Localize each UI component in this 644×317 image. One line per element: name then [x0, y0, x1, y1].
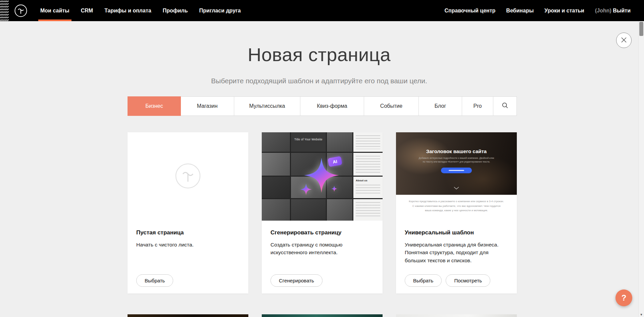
card-actions: Выбрать [136, 274, 173, 287]
card-body: Пустая страница Начать с чистого листа. [128, 221, 248, 257]
scrollbar[interactable]: ▼ [638, 21, 644, 317]
generate-preview-collage: Title of Your Website About us [262, 132, 383, 221]
card-description: Создать страницу с помощью искусственног… [270, 241, 374, 257]
next-row-card-preview [396, 314, 517, 317]
user-name: (John) [595, 8, 611, 13]
nav-item-crm[interactable]: CRM [81, 0, 93, 21]
tilda-logo[interactable] [14, 4, 28, 17]
chevron-down-icon [454, 185, 459, 191]
scrollbar-thumb[interactable] [639, 22, 643, 36]
generate-button[interactable]: Сгенерировать [270, 274, 323, 287]
nav-item-logout[interactable]: (John) Выйти [595, 0, 631, 21]
template-hero-button [441, 168, 472, 173]
navbar: Мои сайты CRM Тарифы и оплата Профиль Пр… [0, 0, 644, 21]
nav-item-help-center[interactable]: Справочный центр [445, 0, 496, 21]
nav-item-profile[interactable]: Профиль [163, 0, 188, 21]
tab-business[interactable]: Бизнес [128, 97, 181, 116]
template-tabs: Бизнес Магазин Мультиссылка Квиз-форма С… [128, 96, 517, 116]
tab-shop[interactable]: Магазин [181, 97, 234, 116]
logout-label: Выйти [613, 8, 631, 13]
collage-site-title: Title of Your Website [291, 132, 326, 141]
scroll-down-icon[interactable]: ▼ [639, 313, 644, 316]
next-row-card-preview [262, 314, 383, 317]
card-generate-page: Title of Your Website About us [262, 132, 383, 293]
universal-template-preview: Заголовок вашего сайта Добавьте интересн… [396, 132, 517, 221]
close-icon [621, 37, 627, 44]
navbar-left: Мои сайты CRM Тарифы и оплата Профиль Пр… [40, 0, 241, 21]
template-body-section: Коротко представьтесь и расскажите о ком… [396, 195, 517, 213]
nav-item-tariffs[interactable]: Тарифы и оплата [104, 0, 151, 21]
tab-event[interactable]: Событие [364, 97, 419, 116]
card-title: Универсальный шаблон [405, 229, 508, 236]
template-hero: Заголовок вашего сайта Добавьте интересн… [396, 132, 517, 195]
zigzag-pattern [0, 0, 9, 21]
tab-search[interactable] [493, 97, 516, 116]
card-actions: Сгенерировать [270, 274, 323, 287]
templates-grid: Пустая страница Начать с чистого листа. … [128, 132, 517, 293]
close-button[interactable] [616, 33, 632, 48]
nav-item-my-sites[interactable]: Мои сайты [40, 0, 69, 21]
template-hero-subtitle: Добавьте интересные подробности о вашей … [418, 156, 495, 164]
card-body: Универсальный шаблон Универсальная стран… [396, 221, 517, 273]
template-hero-title: Заголовок вашего сайта [396, 132, 517, 154]
nav-item-invite-friend[interactable]: Пригласи друга [199, 0, 241, 21]
choose-universal-button[interactable]: Выбрать [405, 274, 442, 287]
card-title: Сгенерировать страницу [270, 229, 374, 236]
tab-quiz-form[interactable]: Квиз-форма [300, 97, 364, 116]
tab-blog[interactable]: Блог [419, 97, 462, 116]
card-description: Универсальная страница для бизнеса. Поня… [405, 241, 508, 264]
view-universal-button[interactable]: Посмотреть [446, 274, 490, 287]
next-row-previews [128, 314, 517, 317]
card-body: Сгенерировать страницу Создать страницу … [262, 221, 383, 265]
help-button[interactable]: ? [615, 289, 632, 306]
page-title: Новая страница [0, 44, 638, 65]
choose-blank-button[interactable]: Выбрать [136, 274, 173, 287]
card-blank-page: Пустая страница Начать с чистого листа. … [128, 132, 248, 293]
next-row-card-preview [128, 314, 248, 317]
card-actions: Выбрать Посмотреть [405, 274, 490, 287]
nav-item-lessons[interactable]: Уроки и статьи [544, 0, 584, 21]
nav-item-webinars[interactable]: Вебинары [506, 0, 534, 21]
tab-multilink[interactable]: Мультиссылка [234, 97, 300, 116]
tilda-watermark-icon [175, 163, 201, 191]
card-title: Пустая страница [136, 229, 240, 236]
page-subtitle: Выберите подходящий шаблон и адаптируйте… [0, 77, 638, 85]
template-body-text: Коротко представьтесь и расскажите о ком… [409, 199, 504, 213]
search-icon [502, 102, 508, 110]
blank-page-preview [128, 132, 248, 221]
card-description: Начать с чистого листа. [136, 241, 240, 248]
about-us-label: About us [353, 177, 383, 182]
navbar-right: Справочный центр Вебинары Уроки и статьи… [445, 0, 644, 21]
card-universal-template: Заголовок вашего сайта Добавьте интересн… [396, 132, 517, 293]
tab-pro[interactable]: Pro [462, 97, 493, 116]
